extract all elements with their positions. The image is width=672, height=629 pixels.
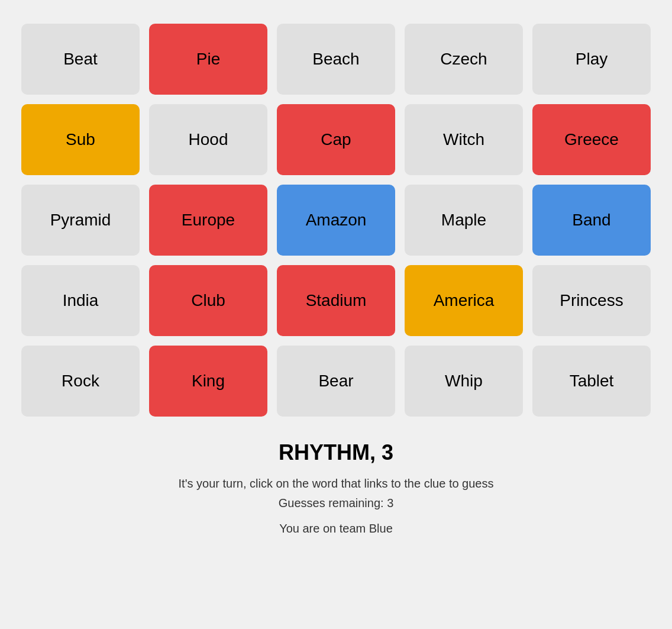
word-card-maple[interactable]: Maple (405, 185, 523, 256)
word-card-beat[interactable]: Beat (21, 24, 140, 95)
word-card-stadium[interactable]: Stadium (277, 265, 395, 336)
word-card-beach[interactable]: Beach (277, 24, 395, 95)
word-grid: BeatPieBeachCzechPlaySubHoodCapWitchGree… (21, 24, 651, 417)
word-card-tablet[interactable]: Tablet (532, 346, 651, 417)
word-card-club[interactable]: Club (149, 265, 267, 336)
word-card-bear[interactable]: Bear (277, 346, 395, 417)
clue-title: RHYTHM, 3 (179, 440, 494, 465)
word-card-pie[interactable]: Pie (149, 24, 267, 95)
word-card-play[interactable]: Play (532, 24, 651, 95)
word-card-king[interactable]: King (149, 346, 267, 417)
word-card-princess[interactable]: Princess (532, 265, 651, 336)
guesses-remaining: Guesses remaining: 3 (179, 496, 494, 510)
word-card-sub[interactable]: Sub (21, 104, 140, 175)
instruction-text: It's your turn, click on the word that l… (179, 477, 494, 491)
word-card-whip[interactable]: Whip (405, 346, 523, 417)
word-card-america[interactable]: America (405, 265, 523, 336)
word-card-band[interactable]: Band (532, 185, 651, 256)
word-card-greece[interactable]: Greece (532, 104, 651, 175)
clue-section: RHYTHM, 3 It's your turn, click on the w… (179, 440, 494, 536)
word-card-europe[interactable]: Europe (149, 185, 267, 256)
word-card-rock[interactable]: Rock (21, 346, 140, 417)
word-card-hood[interactable]: Hood (149, 104, 267, 175)
word-card-pyramid[interactable]: Pyramid (21, 185, 140, 256)
word-card-czech[interactable]: Czech (405, 24, 523, 95)
word-card-witch[interactable]: Witch (405, 104, 523, 175)
team-label: You are on team Blue (179, 522, 494, 536)
word-card-india[interactable]: India (21, 265, 140, 336)
word-card-cap[interactable]: Cap (277, 104, 395, 175)
word-card-amazon[interactable]: Amazon (277, 185, 395, 256)
